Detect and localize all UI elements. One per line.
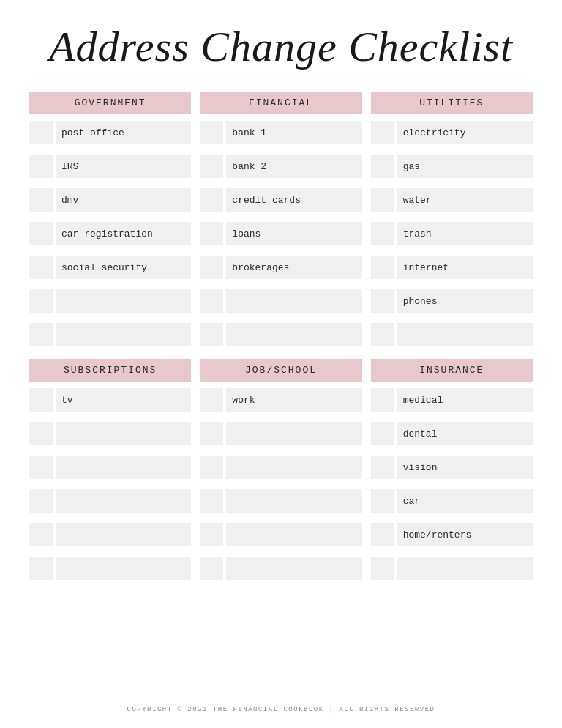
section-header-government: GOVERNMENT (29, 92, 191, 114)
empty-checkbox[interactable] (29, 323, 53, 346)
empty-checkbox[interactable] (29, 422, 53, 445)
empty-checkbox[interactable] (200, 456, 223, 479)
checkbox[interactable] (29, 256, 53, 279)
checkbox[interactable] (371, 155, 394, 178)
checkbox[interactable] (371, 388, 394, 412)
empty-checkbox[interactable] (200, 289, 223, 313)
checkbox[interactable] (371, 422, 394, 445)
row-label: medical (397, 388, 533, 412)
empty-row (29, 553, 191, 584)
checkbox[interactable] (200, 256, 223, 279)
section-subscriptions: SUBSCRIPTIONStv (29, 359, 191, 584)
footer-text: COPYRIGHT © 2021 THE FINANCIAL COOKBOOK … (127, 691, 435, 713)
row-label: work (226, 388, 361, 412)
row: tv (29, 385, 191, 415)
row: medical (371, 385, 533, 415)
empty-row (200, 519, 361, 550)
empty-row (200, 286, 361, 316)
checkbox[interactable] (29, 222, 53, 245)
empty-checkbox[interactable] (371, 323, 394, 346)
empty-row (200, 319, 361, 350)
row-label: dmv (56, 188, 191, 212)
checkbox[interactable] (200, 388, 223, 412)
checkbox[interactable] (200, 222, 223, 245)
checkbox[interactable] (200, 155, 223, 178)
empty-text (56, 523, 191, 546)
row-label: trash (397, 222, 533, 245)
empty-text (226, 422, 361, 445)
empty-checkbox[interactable] (200, 489, 223, 513)
row-label: phones (397, 289, 533, 313)
checkbox[interactable] (371, 256, 394, 279)
checkbox[interactable] (29, 388, 53, 412)
row-label: electricity (397, 121, 533, 144)
row: car (371, 486, 533, 516)
empty-text (56, 489, 191, 513)
empty-row (29, 486, 191, 516)
empty-checkbox[interactable] (29, 489, 53, 513)
checkbox[interactable] (371, 489, 394, 513)
row-label: bank 1 (226, 121, 361, 144)
empty-text (226, 557, 361, 580)
checkbox[interactable] (371, 121, 394, 144)
empty-checkbox[interactable] (200, 523, 223, 546)
empty-text (56, 456, 191, 479)
row-label: credit cards (226, 188, 361, 212)
empty-row (29, 418, 191, 449)
row-label: water (397, 188, 533, 212)
empty-checkbox[interactable] (29, 456, 53, 479)
checkbox[interactable] (371, 222, 394, 245)
checkbox[interactable] (29, 155, 53, 178)
row: IRS (29, 151, 191, 182)
checkbox[interactable] (200, 121, 223, 144)
row: credit cards (200, 185, 361, 215)
empty-checkbox[interactable] (200, 422, 223, 445)
row-label: car (397, 489, 533, 513)
row: bank 2 (200, 151, 361, 182)
row: dmv (29, 185, 191, 215)
row: water (371, 185, 533, 215)
checkbox[interactable] (200, 188, 223, 212)
checkbox[interactable] (371, 456, 394, 479)
row: work (200, 385, 361, 415)
checkbox[interactable] (29, 121, 53, 144)
section-insurance: INSURANCEmedicaldentalvisioncarhome/rent… (371, 359, 533, 584)
row: internet (371, 252, 533, 283)
section-header-financial: FINANCIAL (200, 92, 361, 114)
checkbox[interactable] (371, 188, 394, 212)
section-header-utilities: UTILITIES (371, 92, 533, 114)
page: Address Change Checklist GOVERNMENTpost … (0, 0, 562, 728)
row-label: loans (226, 222, 361, 245)
checkbox[interactable] (371, 523, 394, 546)
empty-row (29, 519, 191, 550)
checkbox[interactable] (371, 289, 394, 313)
row: brokerages (200, 252, 361, 283)
row-label: dental (397, 422, 533, 445)
empty-text (56, 422, 191, 445)
empty-text (226, 456, 361, 479)
empty-text (226, 289, 361, 313)
row-label: home/renters (397, 523, 533, 546)
empty-checkbox[interactable] (29, 557, 53, 580)
empty-row (29, 319, 191, 350)
empty-checkbox[interactable] (371, 557, 394, 580)
section-government: GOVERNMENTpost officeIRSdmvcar registrat… (29, 92, 191, 350)
section-utilities: UTILITIESelectricitygaswatertrashinterne… (371, 92, 533, 350)
page-title: Address Change Checklist (49, 22, 513, 71)
empty-checkbox[interactable] (29, 289, 53, 313)
row: bank 1 (200, 117, 361, 148)
empty-row (29, 286, 191, 316)
empty-text (56, 323, 191, 346)
checkbox[interactable] (29, 188, 53, 212)
section-job-school: JOB/SCHOOLwork (200, 359, 361, 584)
row-label: internet (397, 256, 533, 279)
row: home/renters (371, 519, 533, 550)
empty-text (56, 557, 191, 580)
section-financial: FINANCIALbank 1bank 2credit cardsloansbr… (200, 92, 361, 350)
empty-checkbox[interactable] (200, 323, 223, 346)
empty-checkbox[interactable] (29, 523, 53, 546)
row-label: car registration (56, 222, 191, 245)
empty-checkbox[interactable] (200, 557, 223, 580)
row: vision (371, 452, 533, 483)
bottom-grid: SUBSCRIPTIONStvJOB/SCHOOLworkINSURANCEme… (29, 359, 533, 584)
